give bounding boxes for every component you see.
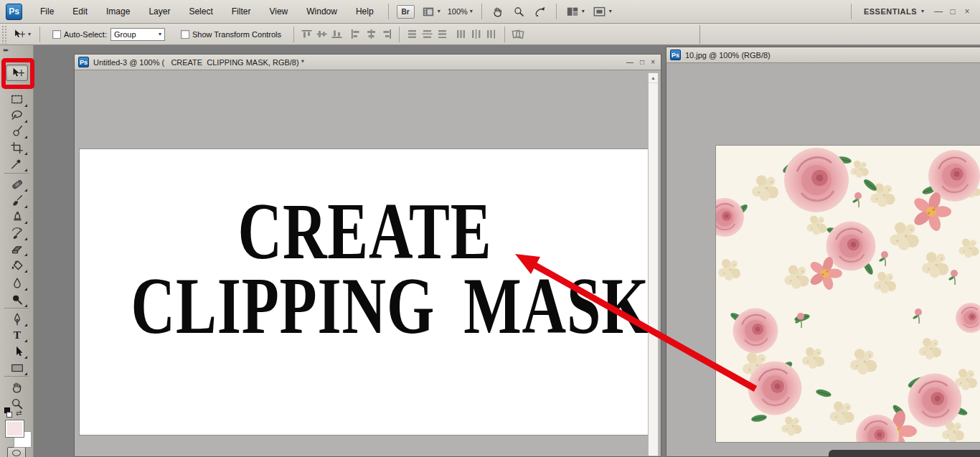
spot-healing-brush-tool[interactable] — [6, 176, 28, 192]
align-top-edges-button[interactable] — [299, 27, 314, 42]
type-icon: T — [9, 328, 25, 342]
menu-view[interactable]: View — [260, 0, 297, 24]
menu-window[interactable]: Window — [297, 0, 347, 24]
document-ps-icon: Ps — [670, 50, 681, 60]
badge-text: Ps — [80, 59, 88, 66]
doc1-minimize-button[interactable]: — — [626, 58, 633, 66]
collapse-panel-button[interactable]: ▸▸ — [0, 45, 33, 55]
distribute-bottom-edges-icon — [436, 29, 448, 39]
stamp-icon — [9, 209, 25, 224]
align-vertical-centers-icon — [316, 29, 328, 39]
hand-tool[interactable] — [6, 379, 28, 395]
rotate-view-button[interactable] — [529, 3, 551, 20]
document2-title-bar[interactable]: Ps 10.jpg @ 100% (RGB/8) — [666, 47, 980, 63]
floral-image[interactable] — [716, 146, 980, 442]
align-left-edges-button[interactable] — [349, 27, 364, 42]
horizontal-type-tool[interactable]: T — [6, 326, 28, 343]
menu-help[interactable]: Help — [347, 0, 383, 24]
distribute-vertical-centers-button[interactable] — [420, 27, 435, 42]
chevron-down-icon: ▾ — [470, 9, 473, 14]
launch-bridge-button[interactable]: Br — [397, 5, 415, 19]
zoom-level-control[interactable]: 100% ▾ — [444, 3, 476, 20]
canvas-untitled-3[interactable]: CREATE CLIPPING MASK — [80, 149, 650, 435]
foreground-color-swatch[interactable] — [5, 420, 24, 438]
lasso-icon — [9, 108, 25, 123]
align-horizontal-centers-button[interactable] — [364, 27, 379, 42]
distribute-bottom-edges-button[interactable] — [435, 27, 450, 42]
menu-image[interactable]: Image — [97, 0, 139, 24]
crop-tool[interactable] — [6, 139, 28, 156]
distribute-vertical-centers-icon — [421, 29, 433, 39]
options-bar-grip[interactable] — [1, 25, 8, 44]
doc1-maximize-button[interactable]: □ — [640, 58, 644, 66]
floral-pattern-graphic — [716, 146, 980, 442]
lasso-tool[interactable] — [6, 107, 28, 123]
rectangular-marquee-tool[interactable] — [6, 91, 28, 108]
screen-mode-button[interactable]: ▾ — [588, 3, 616, 20]
default-colors-control[interactable]: ⇄ — [4, 407, 22, 418]
tool-preset-picker[interactable]: ▾ — [8, 26, 34, 43]
document1-title-bar[interactable]: Ps Untitled-3 @ 100% ( CREATE CLIPPING M… — [75, 55, 661, 70]
align-right-edges-button[interactable] — [379, 27, 394, 42]
app-close-button[interactable]: × — [960, 4, 974, 19]
menu-edit[interactable]: Edit — [63, 0, 97, 24]
history-brush-tool[interactable] — [6, 225, 28, 241]
auto-select-dropdown[interactable]: Group ▾ — [110, 28, 165, 41]
bandage-icon — [9, 177, 25, 192]
brush-tool[interactable] — [6, 192, 28, 209]
vertical-scrollbar[interactable]: ▲ — [648, 72, 659, 456]
menu-file[interactable]: File — [31, 0, 63, 24]
distribute-right-edges-button[interactable] — [484, 27, 499, 42]
distribute-left-edges-button[interactable] — [454, 27, 469, 42]
logo-text: Ps — [9, 6, 19, 17]
quick-selection-tool[interactable] — [6, 123, 28, 139]
move-tool[interactable] — [6, 65, 28, 81]
path-selection-tool[interactable] — [6, 343, 28, 359]
paint-bucket-tool[interactable] — [6, 257, 28, 273]
photoshop-application: Ps File Edit Image Layer Select Filter V… — [0, 0, 980, 457]
divider — [388, 4, 389, 19]
chevron-down-icon: ▾ — [582, 9, 585, 14]
menu-filter[interactable]: Filter — [222, 0, 260, 24]
show-transform-controls-checkbox[interactable] — [181, 30, 189, 39]
menu-bar: Ps File Edit Image Layer Select Filter V… — [0, 0, 980, 24]
quick-mask-mode-button[interactable] — [7, 447, 26, 457]
blur-tool[interactable] — [6, 275, 28, 291]
dodge-tool[interactable] — [6, 291, 28, 308]
distribute-top-edges-button[interactable] — [405, 27, 420, 42]
align-top-edges-icon — [301, 29, 313, 39]
align-bottom-edges-button[interactable] — [329, 27, 344, 42]
app-restore-button[interactable]: □ — [946, 4, 960, 19]
canvas-text-line2: CLIPPING MASK — [131, 268, 599, 343]
crop-icon — [9, 141, 25, 155]
show-transform-controls-label: Show Transform Controls — [192, 30, 281, 39]
workspace-switcher[interactable]: ESSENTIALS ▾ — [857, 7, 931, 16]
eraser-tool[interactable] — [6, 240, 28, 257]
zoom-tool-button[interactable] — [509, 3, 529, 20]
scroll-up-icon[interactable]: ▲ — [649, 73, 658, 83]
hand-icon — [491, 5, 505, 19]
arrange-documents-button[interactable]: ▾ — [562, 3, 588, 20]
align-vertical-centers-button[interactable] — [314, 27, 329, 42]
eyedropper-tool[interactable] — [6, 156, 28, 172]
distribute-horizontal-centers-button[interactable] — [469, 27, 484, 42]
view-extras-button[interactable]: ▾ — [418, 3, 444, 20]
app-minimize-button[interactable]: — — [931, 4, 946, 19]
collapsed-panel-strip[interactable] — [829, 450, 980, 457]
doc1-close-button[interactable]: × — [651, 58, 655, 66]
menu-select[interactable]: Select — [179, 0, 222, 24]
swap-colors-icon[interactable]: ⇄ — [16, 409, 22, 417]
auto-select-checkbox[interactable] — [52, 30, 61, 39]
auto-align-layers-icon — [512, 29, 524, 39]
divider — [556, 4, 557, 19]
auto-select-value: Group — [114, 30, 136, 39]
history-brush-icon — [9, 226, 25, 240]
rectangle-shape-tool[interactable] — [6, 359, 28, 376]
clone-stamp-tool[interactable] — [6, 208, 28, 225]
hand-tool-button[interactable] — [487, 3, 509, 20]
bridge-label: Br — [402, 8, 410, 16]
pen-tool[interactable] — [6, 311, 28, 327]
auto-align-layers-button[interactable] — [510, 27, 525, 42]
menu-layer[interactable]: Layer — [139, 0, 179, 24]
marquee-icon — [9, 93, 25, 107]
